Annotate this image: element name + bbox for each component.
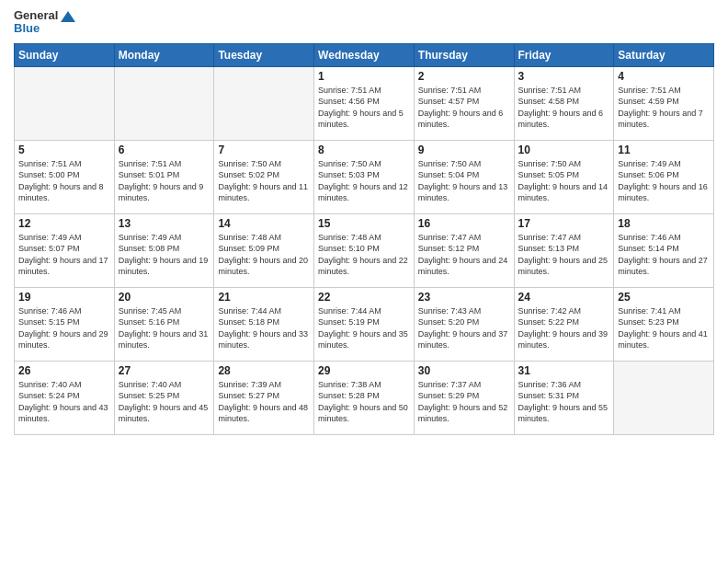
calendar-cell: 29Sunrise: 7:38 AMSunset: 5:28 PMDayligh… [314,361,415,434]
day-number: 12 [18,217,110,230]
calendar-week-row: 1Sunrise: 7:51 AMSunset: 4:56 PMDaylight… [15,66,714,140]
page: General Blue SundayMondayTuesdayWednesda… [0,0,728,563]
day-number: 18 [618,217,710,230]
day-number: 25 [618,291,710,304]
cell-info: Sunrise: 7:49 AMSunset: 5:08 PMDaylight:… [119,232,210,278]
weekday-header-tuesday: Tuesday [214,43,314,66]
day-number: 7 [218,144,310,156]
day-number: 1 [318,70,410,83]
cell-info: Sunrise: 7:46 AMSunset: 5:14 PMDaylight:… [618,232,710,278]
calendar-cell: 11Sunrise: 7:49 AMSunset: 5:06 PMDayligh… [614,140,714,213]
cell-info: Sunrise: 7:47 AMSunset: 5:12 PMDaylight:… [418,232,510,278]
day-number: 17 [518,217,610,230]
calendar-cell: 13Sunrise: 7:49 AMSunset: 5:08 PMDayligh… [114,213,214,287]
calendar-week-row: 26Sunrise: 7:40 AMSunset: 5:24 PMDayligh… [15,361,714,434]
logo: General Blue [14,9,75,36]
cell-info: Sunrise: 7:50 AMSunset: 5:03 PMDaylight:… [318,158,410,204]
day-number: 11 [618,144,710,156]
cell-info: Sunrise: 7:51 AMSunset: 5:00 PMDaylight:… [18,158,110,204]
day-number: 4 [618,70,710,83]
cell-info: Sunrise: 7:48 AMSunset: 5:09 PMDaylight:… [218,232,310,278]
calendar-cell: 1Sunrise: 7:51 AMSunset: 4:56 PMDaylight… [314,66,415,140]
calendar-cell: 24Sunrise: 7:42 AMSunset: 5:22 PMDayligh… [514,287,614,361]
weekday-header-wednesday: Wednesday [314,43,415,66]
calendar-cell: 21Sunrise: 7:44 AMSunset: 5:18 PMDayligh… [214,287,314,361]
cell-info: Sunrise: 7:51 AMSunset: 4:58 PMDaylight:… [518,85,610,131]
weekday-header-thursday: Thursday [414,43,514,66]
calendar-cell: 5Sunrise: 7:51 AMSunset: 5:00 PMDaylight… [15,140,115,213]
cell-info: Sunrise: 7:44 AMSunset: 5:18 PMDaylight:… [218,305,310,351]
day-number: 14 [218,217,310,230]
cell-info: Sunrise: 7:37 AMSunset: 5:29 PMDaylight:… [418,379,510,425]
cell-info: Sunrise: 7:40 AMSunset: 5:25 PMDaylight:… [119,379,210,425]
calendar-cell: 4Sunrise: 7:51 AMSunset: 4:59 PMDaylight… [614,66,714,140]
calendar-cell: 27Sunrise: 7:40 AMSunset: 5:25 PMDayligh… [114,361,214,434]
cell-info: Sunrise: 7:41 AMSunset: 5:23 PMDaylight:… [618,305,710,351]
cell-info: Sunrise: 7:51 AMSunset: 4:57 PMDaylight:… [418,85,510,131]
calendar-cell [614,361,714,434]
cell-info: Sunrise: 7:51 AMSunset: 4:59 PMDaylight:… [618,85,710,131]
weekday-header-friday: Friday [514,43,614,66]
day-number: 20 [119,291,210,304]
calendar-week-row: 19Sunrise: 7:46 AMSunset: 5:15 PMDayligh… [15,287,714,361]
day-number: 15 [318,217,410,230]
calendar-cell: 15Sunrise: 7:48 AMSunset: 5:10 PMDayligh… [314,213,415,287]
calendar-cell: 9Sunrise: 7:50 AMSunset: 5:04 PMDaylight… [414,140,514,213]
cell-info: Sunrise: 7:36 AMSunset: 5:31 PMDaylight:… [518,379,610,425]
calendar-cell: 31Sunrise: 7:36 AMSunset: 5:31 PMDayligh… [514,361,614,434]
calendar-cell: 22Sunrise: 7:44 AMSunset: 5:19 PMDayligh… [314,287,415,361]
weekday-header-saturday: Saturday [614,43,714,66]
calendar-cell [15,66,115,140]
cell-info: Sunrise: 7:49 AMSunset: 5:06 PMDaylight:… [618,158,710,204]
day-number: 8 [318,144,410,156]
day-number: 9 [418,144,510,156]
cell-info: Sunrise: 7:51 AMSunset: 5:01 PMDaylight:… [119,158,210,204]
day-number: 21 [218,291,310,304]
cell-info: Sunrise: 7:46 AMSunset: 5:15 PMDaylight:… [18,305,110,351]
calendar-cell: 2Sunrise: 7:51 AMSunset: 4:57 PMDaylight… [414,66,514,140]
day-number: 29 [318,364,410,377]
cell-info: Sunrise: 7:50 AMSunset: 5:05 PMDaylight:… [518,158,610,204]
calendar-cell: 30Sunrise: 7:37 AMSunset: 5:29 PMDayligh… [414,361,514,434]
calendar-cell [214,66,314,140]
weekday-header-sunday: Sunday [15,43,115,66]
cell-info: Sunrise: 7:44 AMSunset: 5:19 PMDaylight:… [318,305,410,351]
day-number: 22 [318,291,410,304]
cell-info: Sunrise: 7:49 AMSunset: 5:07 PMDaylight:… [18,232,110,278]
cell-info: Sunrise: 7:38 AMSunset: 5:28 PMDaylight:… [318,379,410,425]
cell-info: Sunrise: 7:42 AMSunset: 5:22 PMDaylight:… [518,305,610,351]
calendar-cell: 19Sunrise: 7:46 AMSunset: 5:15 PMDayligh… [15,287,115,361]
cell-info: Sunrise: 7:51 AMSunset: 4:56 PMDaylight:… [318,85,410,131]
day-number: 31 [518,364,610,377]
calendar-cell: 8Sunrise: 7:50 AMSunset: 5:03 PMDaylight… [314,140,415,213]
day-number: 5 [18,144,110,156]
cell-info: Sunrise: 7:45 AMSunset: 5:16 PMDaylight:… [119,305,210,351]
day-number: 13 [119,217,210,230]
day-number: 3 [518,70,610,83]
cell-info: Sunrise: 7:50 AMSunset: 5:02 PMDaylight:… [218,158,310,204]
day-number: 28 [218,364,310,377]
day-number: 23 [418,291,510,304]
cell-info: Sunrise: 7:40 AMSunset: 5:24 PMDaylight:… [18,379,110,425]
logo-general-text: General [14,9,75,22]
cell-info: Sunrise: 7:43 AMSunset: 5:20 PMDaylight:… [418,305,510,351]
calendar-cell: 12Sunrise: 7:49 AMSunset: 5:07 PMDayligh… [15,213,115,287]
calendar-cell: 7Sunrise: 7:50 AMSunset: 5:02 PMDaylight… [214,140,314,213]
calendar-cell: 3Sunrise: 7:51 AMSunset: 4:58 PMDaylight… [514,66,614,140]
calendar-cell [114,66,214,140]
weekday-header-monday: Monday [114,43,214,66]
calendar-cell: 16Sunrise: 7:47 AMSunset: 5:12 PMDayligh… [414,213,514,287]
calendar-cell: 26Sunrise: 7:40 AMSunset: 5:24 PMDayligh… [15,361,115,434]
header: General Blue [14,9,714,36]
day-number: 24 [518,291,610,304]
calendar-table: SundayMondayTuesdayWednesdayThursdayFrid… [14,43,714,435]
calendar-cell: 28Sunrise: 7:39 AMSunset: 5:27 PMDayligh… [214,361,314,434]
calendar-cell: 10Sunrise: 7:50 AMSunset: 5:05 PMDayligh… [514,140,614,213]
day-number: 16 [418,217,510,230]
day-number: 10 [518,144,610,156]
cell-info: Sunrise: 7:48 AMSunset: 5:10 PMDaylight:… [318,232,410,278]
calendar-cell: 20Sunrise: 7:45 AMSunset: 5:16 PMDayligh… [114,287,214,361]
cell-info: Sunrise: 7:50 AMSunset: 5:04 PMDaylight:… [418,158,510,204]
calendar-cell: 17Sunrise: 7:47 AMSunset: 5:13 PMDayligh… [514,213,614,287]
calendar-cell: 6Sunrise: 7:51 AMSunset: 5:01 PMDaylight… [114,140,214,213]
